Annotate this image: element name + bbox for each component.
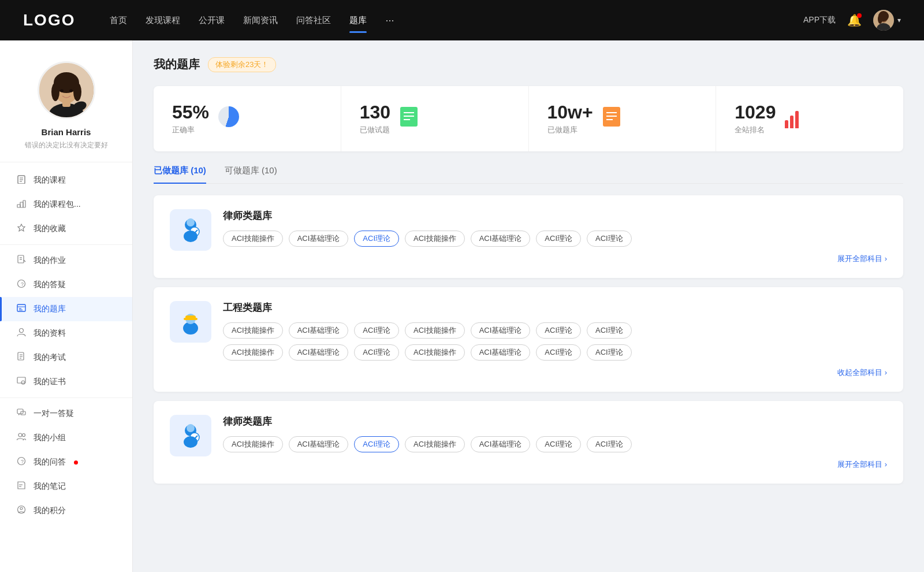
tag-0[interactable]: ACI技能操作: [223, 231, 283, 247]
tab-done-banks[interactable]: 已做题库 (10): [154, 165, 206, 183]
pie-chart-icon: [218, 106, 239, 127]
exam-label: 我的考试: [33, 352, 66, 363]
banks-done-label: 已做题库: [547, 125, 593, 135]
sidebar-profile: Brian Harris 错误的决定比没有决定要好: [0, 40, 132, 162]
tag-3[interactable]: ACI技能操作: [405, 231, 465, 247]
banks-done-icon: [602, 106, 621, 131]
bank-card-engineer: 工程类题库 ACI技能操作 ACI基础理论 ACI理论 ACI技能操作 ACI基…: [154, 287, 903, 392]
tabs-row: 已做题库 (10) 可做题库 (10): [154, 165, 903, 184]
eng-tag-0[interactable]: ACI技能操作: [223, 322, 283, 339]
stat-site-rank: 1029 全站排名: [716, 86, 903, 151]
eng-extra-tag-3[interactable]: ACI技能操作: [405, 344, 465, 361]
sidebar-item-one-on-one[interactable]: 一对一答疑: [0, 402, 132, 426]
eng-tag-5[interactable]: ACI理论: [536, 322, 581, 339]
nav-link-news[interactable]: 新闻资讯: [243, 13, 278, 28]
eng-tag-3[interactable]: ACI技能操作: [405, 322, 465, 339]
eng-extra-tag-5[interactable]: ACI理论: [536, 344, 581, 361]
l2-tag-3[interactable]: ACI技能操作: [405, 436, 465, 452]
svg-point-11: [73, 83, 81, 101]
sidebar-item-courses[interactable]: 我的课程: [0, 168, 132, 192]
tag-6[interactable]: ACI理论: [587, 231, 632, 247]
qa-notification-dot: [74, 460, 78, 465]
my-qa-label: 我的问答: [33, 457, 66, 467]
eng-extra-tag-4[interactable]: ACI基础理论: [471, 344, 531, 361]
eng-tag-4[interactable]: ACI基础理论: [471, 322, 531, 339]
eng-extra-tag-2[interactable]: ACI理论: [354, 344, 399, 361]
eng-tag-1[interactable]: ACI基础理论: [289, 322, 349, 339]
one-on-one-icon: [16, 408, 27, 419]
l2-tag-0[interactable]: ACI技能操作: [223, 436, 283, 452]
engineer-tags-row: ACI技能操作 ACI基础理论 ACI理论 ACI技能操作 ACI基础理论 AC…: [223, 322, 887, 339]
sidebar-item-exam[interactable]: 我的考试: [0, 346, 132, 370]
sidebar-item-question-bank[interactable]: 我的题库: [0, 297, 132, 321]
page-header: 我的题库 体验剩余23天！: [154, 57, 903, 72]
nav-link-qa[interactable]: 问答社区: [296, 13, 331, 28]
my-qa-icon: ?: [16, 456, 27, 468]
app-download-button[interactable]: APP下载: [803, 15, 836, 25]
l2-tag-4[interactable]: ACI基础理论: [471, 436, 531, 452]
group-label: 我的小组: [33, 433, 66, 443]
bar-chart-icon: [785, 110, 799, 128]
notes-icon: [16, 481, 27, 492]
certificate-label: 我的证书: [33, 377, 66, 387]
lawyer-icon-2: [175, 420, 206, 451]
group-icon: [16, 432, 27, 444]
eng-extra-tag-0[interactable]: ACI技能操作: [223, 344, 283, 361]
user-avatar-wrap[interactable]: ▾: [873, 10, 901, 31]
stat-banks-done: 10w+ 已做题库: [529, 86, 717, 151]
sidebar-item-favorites[interactable]: 我的收藏: [0, 217, 132, 241]
packages-icon: [16, 199, 27, 210]
eng-tag-6[interactable]: ACI理论: [587, 322, 632, 339]
sidebar-item-my-qa[interactable]: ? 我的问答: [0, 450, 132, 474]
questions-done-icon: [400, 106, 418, 131]
expand-link-3[interactable]: 展开全部科目 ›: [223, 459, 887, 470]
nav-link-open-course[interactable]: 公开课: [199, 13, 225, 28]
notification-bell[interactable]: 🔔: [847, 13, 862, 27]
tag-2-active[interactable]: ACI理论: [354, 231, 399, 247]
eng-extra-tag-6[interactable]: ACI理论: [587, 344, 632, 361]
l2-tag-5[interactable]: ACI理论: [536, 436, 581, 452]
packages-label: 我的课程包...: [33, 199, 81, 210]
stats-row: 55% 正确率 130 已做试题: [154, 86, 903, 151]
courses-icon: [16, 174, 27, 186]
tag-4[interactable]: ACI基础理论: [471, 231, 531, 247]
svg-point-12: [60, 90, 64, 92]
lawyer-tags-row-1: ACI技能操作 ACI基础理论 ACI理论 ACI技能操作 ACI基础理论 AC…: [223, 231, 887, 247]
l2-tag-6[interactable]: ACI理论: [587, 436, 632, 452]
bank-card-lawyer-1: 律师类题库 ACI技能操作 ACI基础理论 ACI理论 ACI技能操作 ACI基…: [154, 195, 903, 278]
nav-link-home[interactable]: 首页: [110, 13, 127, 28]
questions-done-label: 已做试题: [360, 125, 390, 135]
main-content: 我的题库 体验剩余23天！ 55% 正确率 130 已做试题: [133, 40, 924, 572]
profile-avatar: [38, 61, 95, 119]
accuracy-icon: [218, 106, 239, 131]
lawyer-tags-row-2: ACI技能操作 ACI基础理论 ACI理论 ACI技能操作 ACI基础理论 AC…: [223, 436, 887, 452]
expand-link-1[interactable]: 展开全部科目 ›: [223, 254, 887, 264]
sidebar-item-profile[interactable]: 我的资料: [0, 321, 132, 346]
svg-point-48: [20, 507, 23, 510]
tag-5[interactable]: ACI理论: [536, 231, 581, 247]
sidebar-item-points[interactable]: 我的积分: [0, 499, 132, 523]
eng-tag-2[interactable]: ACI理论: [354, 322, 399, 339]
sidebar-item-certificate[interactable]: 我的证书: [0, 370, 132, 394]
collapse-link-engineer[interactable]: 收起全部科目 ›: [223, 367, 887, 378]
sidebar-item-group[interactable]: 我的小组: [0, 426, 132, 450]
tab-available-banks[interactable]: 可做题库 (10): [225, 165, 277, 183]
l2-tag-1[interactable]: ACI基础理论: [289, 436, 349, 452]
sidebar-item-packages[interactable]: 我的课程包...: [0, 192, 132, 217]
nav-link-discover[interactable]: 发现课程: [146, 13, 180, 28]
logo[interactable]: LOGO: [23, 11, 75, 29]
points-label: 我的积分: [33, 506, 66, 516]
eng-extra-tag-1[interactable]: ACI基础理论: [289, 344, 349, 361]
l2-tag-2-active[interactable]: ACI理论: [354, 436, 399, 452]
stat-questions-done: 130 已做试题: [341, 86, 529, 151]
sidebar-item-homework[interactable]: 我的作业: [0, 248, 132, 273]
notes-label: 我的笔记: [33, 481, 66, 492]
bank-card-lawyer-2: 律师类题库 ACI技能操作 ACI基础理论 ACI理论 ACI技能操作 ACI基…: [154, 401, 903, 484]
svg-point-58: [187, 218, 195, 226]
nav-link-question-bank[interactable]: 题库: [349, 13, 367, 28]
sidebar-item-notes[interactable]: 我的笔记: [0, 474, 132, 499]
tag-1[interactable]: ACI基础理论: [289, 231, 349, 247]
sidebar-item-qa-my[interactable]: ? 我的答疑: [0, 273, 132, 297]
nav-link-more[interactable]: ···: [385, 12, 394, 29]
svg-marker-22: [18, 224, 25, 231]
